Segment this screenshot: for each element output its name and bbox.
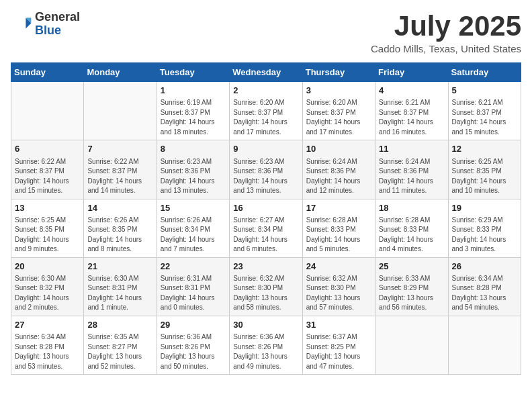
calendar-cell [11, 82, 84, 140]
logo-general: General [35, 10, 80, 24]
calendar-cell: 8Sunrise: 6:23 AM Sunset: 8:36 PM Daylig… [157, 140, 229, 199]
calendar-table: SundayMondayTuesdayWednesdayThursdayFrid… [11, 62, 521, 375]
calendar-cell: 3Sunrise: 6:20 AM Sunset: 8:37 PM Daylig… [302, 82, 375, 140]
day-info: Sunrise: 6:30 AM Sunset: 8:31 PM Dayligh… [87, 274, 152, 313]
day-number: 29 [161, 319, 226, 331]
calendar-cell: 11Sunrise: 6:24 AM Sunset: 8:36 PM Dayli… [375, 140, 448, 199]
calendar-cell: 16Sunrise: 6:27 AM Sunset: 8:34 PM Dayli… [230, 199, 302, 257]
day-info: Sunrise: 6:19 AM Sunset: 8:37 PM Dayligh… [161, 98, 226, 137]
day-number: 3 [306, 85, 371, 97]
logo: General Blue [11, 11, 80, 38]
day-number: 21 [87, 261, 152, 273]
calendar-cell [375, 316, 448, 374]
calendar-cell: 18Sunrise: 6:28 AM Sunset: 8:33 PM Dayli… [375, 199, 448, 257]
day-of-week-header: Wednesday [230, 63, 302, 82]
calendar-cell: 7Sunrise: 6:22 AM Sunset: 8:37 PM Daylig… [84, 140, 157, 199]
day-number: 30 [233, 319, 298, 331]
day-number: 12 [452, 143, 517, 155]
day-info: Sunrise: 6:29 AM Sunset: 8:33 PM Dayligh… [452, 216, 517, 255]
day-number: 28 [87, 319, 152, 331]
day-info: Sunrise: 6:27 AM Sunset: 8:34 PM Dayligh… [233, 216, 298, 255]
calendar-cell: 2Sunrise: 6:20 AM Sunset: 8:37 PM Daylig… [230, 82, 302, 140]
calendar-cell: 23Sunrise: 6:32 AM Sunset: 8:30 PM Dayli… [230, 257, 302, 316]
calendar-cell: 29Sunrise: 6:36 AM Sunset: 8:26 PM Dayli… [157, 316, 229, 374]
day-number: 24 [306, 261, 371, 273]
day-info: Sunrise: 6:26 AM Sunset: 8:35 PM Dayligh… [87, 216, 152, 255]
day-number: 4 [379, 85, 444, 97]
page-header: General Blue July 2025 Caddo Mills, Texa… [11, 11, 521, 54]
day-number: 10 [306, 143, 371, 155]
logo-text: General Blue [35, 11, 80, 38]
day-number: 11 [379, 143, 444, 155]
day-number: 25 [379, 261, 444, 273]
day-number: 26 [452, 261, 517, 273]
day-info: Sunrise: 6:34 AM Sunset: 8:28 PM Dayligh… [15, 332, 80, 371]
day-number: 13 [15, 202, 80, 214]
day-number: 19 [452, 202, 517, 214]
calendar-cell: 19Sunrise: 6:29 AM Sunset: 8:33 PM Dayli… [448, 199, 521, 257]
day-of-week-header: Sunday [11, 63, 84, 82]
calendar-cell: 30Sunrise: 6:36 AM Sunset: 8:26 PM Dayli… [230, 316, 302, 374]
day-info: Sunrise: 6:32 AM Sunset: 8:30 PM Dayligh… [233, 274, 298, 313]
day-info: Sunrise: 6:23 AM Sunset: 8:36 PM Dayligh… [233, 157, 298, 196]
day-info: Sunrise: 6:23 AM Sunset: 8:36 PM Dayligh… [161, 157, 226, 196]
title-block: July 2025 Caddo Mills, Texas, United Sta… [371, 11, 521, 54]
day-number: 20 [15, 261, 80, 273]
calendar-cell: 27Sunrise: 6:34 AM Sunset: 8:28 PM Dayli… [11, 316, 84, 374]
day-number: 27 [15, 319, 80, 331]
day-info: Sunrise: 6:32 AM Sunset: 8:30 PM Dayligh… [306, 274, 371, 313]
month-year: July 2025 [371, 11, 521, 42]
day-info: Sunrise: 6:30 AM Sunset: 8:32 PM Dayligh… [15, 274, 80, 313]
day-of-week-header: Friday [375, 63, 448, 82]
day-info: Sunrise: 6:35 AM Sunset: 8:27 PM Dayligh… [87, 332, 152, 371]
day-of-week-header: Saturday [448, 63, 521, 82]
day-of-week-header: Monday [84, 63, 157, 82]
day-info: Sunrise: 6:31 AM Sunset: 8:31 PM Dayligh… [161, 274, 226, 313]
calendar-cell [84, 82, 157, 140]
calendar-cell: 10Sunrise: 6:24 AM Sunset: 8:36 PM Dayli… [302, 140, 375, 199]
calendar-cell: 14Sunrise: 6:26 AM Sunset: 8:35 PM Dayli… [84, 199, 157, 257]
day-of-week-header: Thursday [302, 63, 375, 82]
day-of-week-header: Tuesday [157, 63, 229, 82]
day-number: 8 [161, 143, 226, 155]
day-number: 23 [233, 261, 298, 273]
day-number: 15 [161, 202, 226, 214]
calendar-cell: 9Sunrise: 6:23 AM Sunset: 8:36 PM Daylig… [230, 140, 302, 199]
calendar-cell: 17Sunrise: 6:28 AM Sunset: 8:33 PM Dayli… [302, 199, 375, 257]
day-info: Sunrise: 6:25 AM Sunset: 8:35 PM Dayligh… [452, 157, 517, 196]
day-info: Sunrise: 6:37 AM Sunset: 8:25 PM Dayligh… [306, 332, 371, 371]
calendar-cell: 12Sunrise: 6:25 AM Sunset: 8:35 PM Dayli… [448, 140, 521, 199]
day-info: Sunrise: 6:21 AM Sunset: 8:37 PM Dayligh… [379, 98, 444, 137]
day-info: Sunrise: 6:24 AM Sunset: 8:36 PM Dayligh… [306, 157, 371, 196]
day-info: Sunrise: 6:33 AM Sunset: 8:29 PM Dayligh… [379, 274, 444, 313]
day-info: Sunrise: 6:25 AM Sunset: 8:35 PM Dayligh… [15, 216, 80, 255]
day-number: 5 [452, 85, 517, 97]
calendar-cell: 20Sunrise: 6:30 AM Sunset: 8:32 PM Dayli… [11, 257, 84, 316]
calendar-cell: 24Sunrise: 6:32 AM Sunset: 8:30 PM Dayli… [302, 257, 375, 316]
logo-icon [11, 13, 32, 35]
day-info: Sunrise: 6:36 AM Sunset: 8:26 PM Dayligh… [233, 332, 298, 371]
calendar-cell: 1Sunrise: 6:19 AM Sunset: 8:37 PM Daylig… [157, 82, 229, 140]
day-info: Sunrise: 6:22 AM Sunset: 8:37 PM Dayligh… [15, 157, 80, 196]
calendar-cell [448, 316, 521, 374]
logo-blue: Blue [35, 24, 61, 37]
calendar-cell: 4Sunrise: 6:21 AM Sunset: 8:37 PM Daylig… [375, 82, 448, 140]
day-number: 14 [87, 202, 152, 214]
day-info: Sunrise: 6:28 AM Sunset: 8:33 PM Dayligh… [306, 216, 371, 255]
calendar-cell: 26Sunrise: 6:34 AM Sunset: 8:28 PM Dayli… [448, 257, 521, 316]
day-info: Sunrise: 6:34 AM Sunset: 8:28 PM Dayligh… [452, 274, 517, 313]
calendar-cell: 22Sunrise: 6:31 AM Sunset: 8:31 PM Dayli… [157, 257, 229, 316]
day-info: Sunrise: 6:22 AM Sunset: 8:37 PM Dayligh… [87, 157, 152, 196]
day-info: Sunrise: 6:20 AM Sunset: 8:37 PM Dayligh… [306, 98, 371, 137]
day-number: 9 [233, 143, 298, 155]
day-number: 31 [306, 319, 371, 331]
day-number: 7 [87, 143, 152, 155]
day-number: 22 [161, 261, 226, 273]
day-info: Sunrise: 6:20 AM Sunset: 8:37 PM Dayligh… [233, 98, 298, 137]
calendar-cell: 28Sunrise: 6:35 AM Sunset: 8:27 PM Dayli… [84, 316, 157, 374]
day-info: Sunrise: 6:36 AM Sunset: 8:26 PM Dayligh… [161, 332, 226, 371]
day-info: Sunrise: 6:24 AM Sunset: 8:36 PM Dayligh… [379, 157, 444, 196]
day-info: Sunrise: 6:26 AM Sunset: 8:34 PM Dayligh… [161, 216, 226, 255]
calendar-cell: 31Sunrise: 6:37 AM Sunset: 8:25 PM Dayli… [302, 316, 375, 374]
calendar-cell: 15Sunrise: 6:26 AM Sunset: 8:34 PM Dayli… [157, 199, 229, 257]
